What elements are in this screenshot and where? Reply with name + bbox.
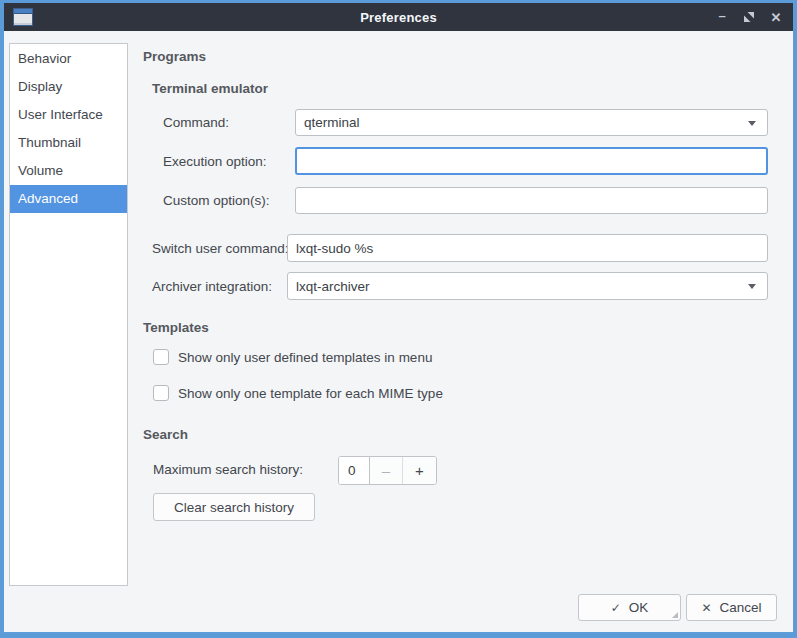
preferences-window: Preferences – ✕ Behavior Display User In… xyxy=(0,0,797,638)
close-icon: ✕ xyxy=(771,10,782,25)
show-user-templates-label[interactable]: Show only user defined templates in menu xyxy=(178,350,432,365)
default-button-corner-mark xyxy=(672,612,678,618)
close-button[interactable]: ✕ xyxy=(769,10,783,24)
sidebar-item-thumbnail[interactable]: Thumbnail xyxy=(10,129,127,157)
terminal-command-value: qterminal xyxy=(304,115,360,130)
terminal-emulator-heading: Terminal emulator xyxy=(152,81,268,96)
command-label: Command: xyxy=(163,115,229,130)
window-app-icon-titlebar xyxy=(14,9,32,14)
custom-options-label: Custom option(s): xyxy=(163,193,270,208)
category-list: Behavior Display User Interface Thumbnai… xyxy=(9,43,128,586)
sidebar-item-user-interface[interactable]: User Interface xyxy=(10,101,127,129)
clear-search-history-button[interactable]: Clear search history xyxy=(153,493,315,521)
sidebar-item-display[interactable]: Display xyxy=(10,73,127,101)
execution-option-input[interactable] xyxy=(295,147,768,175)
search-heading: Search xyxy=(143,427,188,442)
one-template-per-mime-label[interactable]: Show only one template for each MIME typ… xyxy=(178,386,443,401)
checkbox-icon[interactable] xyxy=(153,349,169,365)
spinbox-decrement-button[interactable]: – xyxy=(370,457,403,484)
ok-button-label: OK xyxy=(629,600,649,615)
sidebar-item-volume[interactable]: Volume xyxy=(10,157,127,185)
custom-options-input[interactable] xyxy=(295,187,768,214)
cancel-button[interactable]: ✕ Cancel xyxy=(686,594,777,621)
archiver-integration-combobox[interactable]: lxqt-archiver xyxy=(287,272,768,300)
checkbox-icon[interactable] xyxy=(153,385,169,401)
maximize-icon xyxy=(743,11,755,23)
titlebar[interactable]: Preferences – ✕ xyxy=(4,3,793,31)
archiver-integration-value: lxqt-archiver xyxy=(296,279,370,294)
window-app-icon xyxy=(13,8,33,26)
sidebar-item-advanced[interactable]: Advanced xyxy=(10,185,127,213)
check-icon: ✓ xyxy=(611,601,621,615)
show-user-templates-checkbox-row[interactable]: Show only user defined templates in menu xyxy=(153,349,432,365)
switch-user-command-input[interactable] xyxy=(287,234,768,262)
maximize-button[interactable] xyxy=(742,10,756,24)
minimize-icon: – xyxy=(718,8,725,23)
execution-option-label: Execution option: xyxy=(163,154,267,169)
window-title: Preferences xyxy=(360,10,437,25)
dialog-body: Behavior Display User Interface Thumbnai… xyxy=(4,31,793,632)
ok-button[interactable]: ✓ OK xyxy=(578,594,681,621)
one-template-per-mime-checkbox-row[interactable]: Show only one template for each MIME typ… xyxy=(153,385,443,401)
chevron-down-icon xyxy=(748,284,756,289)
page-title: Programs xyxy=(143,49,206,64)
templates-heading: Templates xyxy=(143,320,209,335)
spinbox-increment-button[interactable]: + xyxy=(403,457,436,484)
terminal-command-combobox[interactable]: qterminal xyxy=(295,109,768,136)
chevron-down-icon xyxy=(748,121,756,126)
cross-icon: ✕ xyxy=(701,601,711,615)
switch-user-command-label: Switch user command: xyxy=(152,241,289,256)
window-controls: – ✕ xyxy=(715,3,783,31)
max-search-history-spinbox[interactable]: 0 – + xyxy=(338,456,437,485)
archiver-integration-label: Archiver integration: xyxy=(152,279,272,294)
max-search-history-label: Maximum search history: xyxy=(153,462,303,477)
sidebar-item-behavior[interactable]: Behavior xyxy=(10,45,127,73)
clear-search-history-label: Clear search history xyxy=(174,500,294,515)
cancel-button-label: Cancel xyxy=(720,600,762,615)
minimize-button[interactable]: – xyxy=(715,10,729,24)
max-search-history-value[interactable]: 0 xyxy=(339,457,370,484)
